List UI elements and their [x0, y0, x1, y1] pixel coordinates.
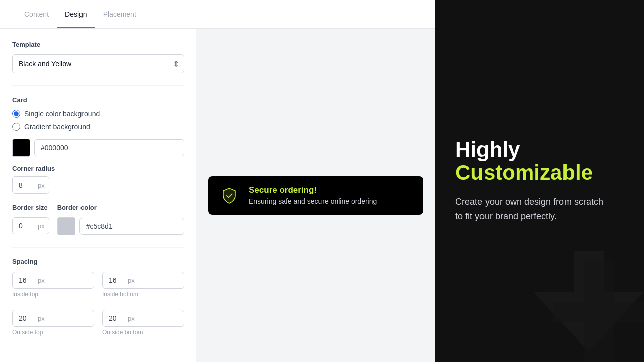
right-description: Create your own design from scratch to f… [455, 195, 606, 224]
outside-bottom-input[interactable] [103, 310, 128, 326]
shield-icon [218, 185, 240, 207]
outside-bottom-label: Outside bottom [102, 329, 184, 336]
corner-radius-row: px [12, 176, 184, 194]
tab-placement[interactable]: Placement [95, 0, 144, 28]
settings-panel: Template Black and Yellow Default Blue R… [0, 29, 196, 362]
gradient-radio[interactable] [12, 123, 20, 131]
preview-area: Secure ordering! Ensuring safe and secur… [196, 29, 435, 362]
single-color-radio[interactable] [12, 110, 20, 118]
inside-top-field: px Inside top [12, 272, 94, 304]
inside-bottom-wrapper: px [102, 272, 184, 289]
border-color-swatch[interactable] [57, 217, 75, 235]
outside-top-wrapper: px [12, 310, 94, 327]
bg-color-row [12, 139, 184, 157]
gradient-label: Gradient background [24, 123, 90, 131]
preview-card: Secure ordering! Ensuring safe and secur… [208, 176, 423, 215]
inside-bottom-field: px Inside bottom [102, 272, 184, 304]
border-size-unit: px [38, 222, 49, 230]
corner-radius-unit: px [38, 182, 49, 189]
right-heading: Highly Customizable [455, 138, 624, 195]
bg-color-input[interactable] [34, 139, 184, 156]
card-section-label: Card [12, 96, 184, 104]
template-label: Template [12, 41, 184, 48]
corner-radius-input[interactable] [13, 177, 38, 193]
preview-title: Secure ordering! [249, 185, 377, 196]
border-color-row [57, 217, 184, 235]
border-color-input[interactable] [79, 218, 184, 235]
border-color-col: Border color [57, 204, 184, 235]
border-size-input[interactable] [13, 218, 38, 234]
tab-content[interactable]: Content [16, 0, 57, 28]
right-panel: Highly Customizable Create your own desi… [435, 0, 644, 362]
single-color-label: Single color background [24, 110, 100, 118]
right-heading-line1: Highly [455, 138, 520, 161]
inside-top-unit: px [38, 277, 49, 284]
border-size-col: Border size px [12, 204, 49, 234]
background-type-group: Single color background Gradient backgro… [12, 110, 184, 131]
corner-radius-wrapper: px [12, 176, 49, 194]
bg-color-swatch[interactable] [12, 139, 30, 157]
outside-top-input[interactable] [13, 310, 38, 326]
outside-bottom-field: px Outside bottom [102, 310, 184, 342]
gradient-radio-item[interactable]: Gradient background [12, 123, 184, 131]
main-content: Template Black and Yellow Default Blue R… [0, 29, 435, 362]
inside-bottom-label: Inside bottom [102, 291, 184, 298]
single-color-radio-item[interactable]: Single color background [12, 110, 184, 118]
inside-top-label: Inside top [12, 291, 94, 298]
preview-text-group: Secure ordering! Ensuring safe and secur… [249, 185, 377, 207]
spacing-grid: px Inside top px Inside bottom [12, 272, 184, 342]
outside-top-unit: px [38, 315, 49, 322]
border-size-label: Border size [12, 204, 49, 211]
card-section: Card Single color background Gradient ba… [12, 85, 184, 235]
svg-marker-1 [553, 261, 644, 362]
decorative-arrows [533, 251, 644, 362]
tab-design[interactable]: Design [57, 0, 95, 28]
template-select-wrapper: Black and Yellow Default Blue Red ⇕ [12, 54, 184, 73]
outside-top-label: Outside top [12, 329, 94, 336]
outside-bottom-wrapper: px [102, 310, 184, 327]
corner-radius-label: Corner radius [12, 165, 184, 172]
left-panel: Content Design Placement Template Black … [0, 0, 435, 362]
preview-subtitle: Ensuring safe and secure online ordering [249, 197, 377, 207]
outside-bottom-unit: px [128, 315, 139, 322]
inside-top-wrapper: px [12, 272, 94, 289]
icon-section: Icon [12, 352, 184, 362]
spacing-label: Spacing [12, 258, 184, 265]
template-select[interactable]: Black and Yellow Default Blue Red [12, 54, 184, 73]
right-heading-accent: Customizable [455, 161, 624, 185]
border-size-wrapper: px [12, 217, 49, 234]
template-section: Template Black and Yellow Default Blue R… [12, 41, 184, 73]
inside-bottom-unit: px [128, 277, 139, 284]
outside-top-field: px Outside top [12, 310, 94, 342]
inside-bottom-input[interactable] [103, 272, 128, 288]
border-color-label: Border color [57, 204, 184, 211]
tab-bar: Content Design Placement [0, 0, 435, 29]
spacing-section: Spacing px Inside top px [12, 247, 184, 342]
border-row: Border size px Border color [12, 204, 184, 235]
inside-top-input[interactable] [13, 272, 38, 288]
